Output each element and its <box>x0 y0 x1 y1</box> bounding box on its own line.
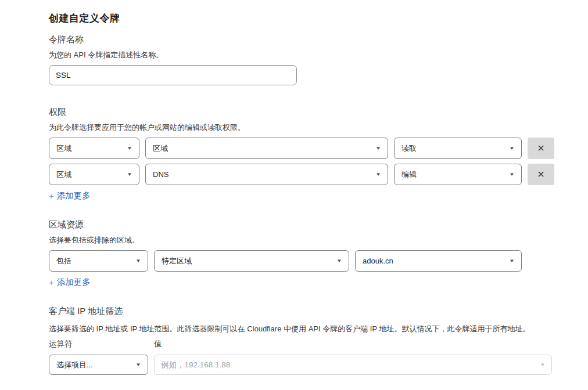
ip-filtering-label: 客户端 IP 地址筛选 <box>49 306 575 317</box>
close-icon: ✕ <box>537 144 544 153</box>
ip-filter-row: 选择项目... ▼ ▼ <box>49 355 575 375</box>
permissions-section: 权限 为此令牌选择要应用于您的帐户或网站的编辑或读取权限。 区域 ▼ 区域 ▼ … <box>49 107 575 201</box>
ip-filtering-section: 客户端 IP 地址筛选 选择要筛选的 IP 地址或 IP 地址范围。此筛选器限制… <box>49 306 575 375</box>
permission-resource-select[interactable]: DNS ▼ <box>145 164 388 185</box>
zone-resources-label: 区域资源 <box>49 219 575 230</box>
ip-filtering-description: 选择要筛选的 IP 地址或 IP 地址范围。此筛选器限制可以在 Cloudfla… <box>49 322 575 336</box>
ip-filter-column-labels: 运算符 值 <box>49 339 575 349</box>
permission-scope-select[interactable]: 区域 ▼ <box>49 164 139 185</box>
page-title: 创建自定义令牌 <box>49 12 575 25</box>
selected-value: DNS <box>153 170 168 179</box>
selected-value: 包括 <box>56 256 71 266</box>
chevron-down-icon: ▼ <box>509 172 515 177</box>
permissions-label: 权限 <box>49 107 575 118</box>
selected-value: 区域 <box>56 143 71 154</box>
token-name-input[interactable] <box>49 65 297 85</box>
add-zone-resource-link[interactable]: + 添加更多 <box>49 277 91 288</box>
plus-icon: + <box>49 191 54 201</box>
remove-permission-button[interactable]: ✕ <box>528 164 554 185</box>
create-custom-token-page: 创建自定义令牌 令牌名称 为您的 API 令牌指定描述性名称。 权限 为此令牌选… <box>0 0 588 375</box>
chevron-down-icon: ▼ <box>127 172 132 177</box>
selected-value: adouk.cn <box>363 257 393 265</box>
chevron-down-icon: ▼ <box>135 259 141 263</box>
permission-row: 区域 ▼ DNS ▼ 编辑 ▼ ✕ <box>49 164 575 185</box>
permission-row: 区域 ▼ 区域 ▼ 读取 ▼ ✕ <box>49 138 575 159</box>
value-label: 值 <box>154 339 162 349</box>
plus-icon: + <box>49 277 54 287</box>
zone-include-select[interactable]: 包括 ▼ <box>49 250 148 272</box>
zone-resource-row: 包括 ▼ 特定区域 ▼ adouk.cn ▼ <box>49 250 575 272</box>
add-more-label: 添加更多 <box>57 277 91 288</box>
chevron-down-icon: ▼ <box>375 146 381 151</box>
ip-value-input[interactable] <box>154 355 552 375</box>
token-name-description: 为您的 API 令牌指定描述性名称。 <box>49 50 575 60</box>
token-name-section: 令牌名称 为您的 API 令牌指定描述性名称。 <box>49 34 575 85</box>
chevron-down-icon: ▼ <box>127 146 132 151</box>
chevron-down-icon: ▼ <box>509 146 515 151</box>
selected-value: 区域 <box>56 169 71 180</box>
permission-resource-select[interactable]: 区域 ▼ <box>145 138 388 159</box>
ip-value-field: ▼ <box>154 355 552 375</box>
permissions-description: 为此令牌选择要应用于您的帐户或网站的编辑或读取权限。 <box>49 122 575 133</box>
zone-name-select[interactable]: adouk.cn ▼ <box>355 250 522 272</box>
selected-value: 特定区域 <box>162 256 192 266</box>
chevron-down-icon: ▼ <box>336 259 342 263</box>
permission-access-select[interactable]: 读取 ▼ <box>394 138 522 159</box>
selected-value: 编辑 <box>401 169 417 180</box>
selected-value: 读取 <box>401 143 417 154</box>
permission-scope-select[interactable]: 区域 ▼ <box>49 138 139 159</box>
close-icon: ✕ <box>537 170 544 179</box>
chevron-down-icon: ▼ <box>509 259 515 263</box>
operator-label: 运算符 <box>49 339 154 349</box>
zone-type-select[interactable]: 特定区域 ▼ <box>154 250 349 272</box>
add-permission-link[interactable]: + 添加更多 <box>49 190 91 201</box>
add-more-label: 添加更多 <box>57 190 91 201</box>
chevron-down-icon: ▼ <box>135 363 141 367</box>
chevron-down-icon: ▼ <box>375 172 381 177</box>
token-name-label: 令牌名称 <box>49 34 575 45</box>
remove-permission-button[interactable]: ✕ <box>528 138 554 159</box>
zone-resources-section: 区域资源 选择要包括或排除的区域。 包括 ▼ 特定区域 ▼ adouk.cn ▼… <box>49 219 575 288</box>
selected-value: 选择项目... <box>56 360 93 370</box>
zone-resources-description: 选择要包括或排除的区域。 <box>49 235 575 245</box>
ip-operator-select[interactable]: 选择项目... ▼ <box>49 355 148 375</box>
permission-access-select[interactable]: 编辑 ▼ <box>394 164 522 185</box>
selected-value: 区域 <box>153 143 168 154</box>
